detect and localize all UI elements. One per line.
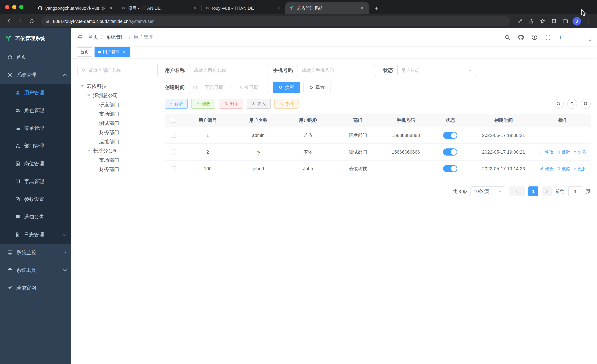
avatar-caret-icon[interactable] — [589, 38, 592, 41]
bookmark-star-icon[interactable] — [537, 16, 548, 27]
goto-page-input[interactable] — [568, 186, 582, 196]
user-avatar[interactable] — [572, 31, 586, 44]
browser-menu-icon[interactable]: ⋮ — [583, 16, 593, 27]
tag-user-management[interactable]: 用户管理 × — [94, 47, 130, 57]
browser-tab-rouyi[interactable]: <> rouyi-vue - TITANIDE × — [202, 2, 285, 14]
import-button[interactable]: 导入 — [247, 99, 271, 109]
page-size-select[interactable]: 10条/页 — [471, 186, 505, 196]
select-all-checkbox[interactable] — [171, 118, 176, 123]
breadcrumb-home[interactable]: 首页 — [88, 34, 98, 41]
breadcrumb-system[interactable]: 系统管理 — [106, 34, 126, 41]
side-panel-icon[interactable] — [560, 16, 571, 27]
reload-button[interactable] — [26, 16, 37, 27]
edit-button[interactable]: 修改 — [191, 99, 215, 109]
tab-close-icon[interactable]: × — [359, 5, 365, 11]
tree-node[interactable]: 财务部门 — [78, 128, 158, 137]
status-toggle[interactable] — [443, 165, 457, 172]
next-page-button[interactable] — [542, 186, 552, 196]
status-toggle[interactable] — [443, 132, 457, 139]
sidebar-item-dict[interactable]: 字典管理 — [0, 173, 71, 190]
row-edit-link[interactable]: 修改 — [540, 149, 553, 155]
app-logo[interactable]: 若依管理系统 — [0, 28, 71, 48]
sidebar-item-tools[interactable]: 系统工具 — [0, 261, 71, 279]
tree-node[interactable]: 研发部门 — [78, 100, 158, 109]
pagination: 共 3 条 10条/页 1 前往 — [165, 186, 591, 196]
profile-avatar[interactable]: J — [571, 16, 582, 27]
sidebar-item-users[interactable]: 用户管理 — [0, 84, 71, 101]
dept-search-input[interactable] — [88, 68, 154, 73]
phone-input[interactable] — [297, 65, 376, 76]
row-checkbox[interactable] — [171, 149, 176, 155]
browser-tab-github[interactable]: yangzongzhuan/RuoYi-Vue: (R × — [34, 2, 118, 14]
sidebar-item-logs[interactable]: 日志管理 — [0, 226, 71, 244]
sidebar-item-roles[interactable]: 角色管理 — [0, 101, 71, 119]
row-more-link[interactable]: »更多 — [574, 149, 586, 155]
forward-button[interactable] — [15, 16, 26, 27]
sidebar-item-notice[interactable]: 通知公告 — [0, 208, 71, 226]
row-checkbox[interactable] — [171, 166, 176, 171]
tree-node[interactable]: 长沙分公司 — [78, 146, 158, 155]
status-toggle[interactable] — [443, 148, 457, 155]
sidebar-fold-icon[interactable] — [77, 34, 83, 40]
date-range-picker[interactable]: 开始日期 - 结束日期 — [189, 82, 268, 93]
row-checkbox[interactable] — [171, 133, 176, 138]
sidebar-item-monitor[interactable]: 系统监控 — [0, 244, 71, 261]
sidebar-item-website[interactable]: 若依官网 — [0, 279, 71, 297]
tag-home[interactable]: 首页 — [77, 47, 92, 57]
passwords-key-icon[interactable] — [515, 16, 525, 27]
reset-button[interactable]: 重置 — [304, 82, 330, 93]
help-question-icon[interactable]: ? — [529, 32, 540, 43]
search-button[interactable]: 搜索 — [273, 82, 300, 93]
tree-node[interactable]: 财务部门 — [78, 165, 158, 174]
delete-button[interactable]: 删除 — [219, 99, 243, 109]
share-icon[interactable] — [526, 16, 537, 27]
sidebar-item-menus[interactable]: 菜单管理 — [0, 119, 71, 137]
row-edit-link[interactable]: 修改 — [540, 166, 553, 171]
tab-close-icon[interactable]: × — [275, 5, 282, 11]
row-delete-link[interactable]: 删除 — [557, 149, 571, 155]
status-select[interactable]: 用户状态 — [397, 65, 476, 76]
row-delete-link[interactable]: 删除 — [557, 166, 571, 171]
cell-user-id: 100 — [182, 166, 234, 171]
new-tab-button[interactable]: + — [372, 4, 381, 13]
tree-node[interactable]: 运维部门 — [78, 137, 158, 146]
sidebar-item-system[interactable]: 系统管理 — [0, 66, 71, 84]
sidebar-item-depts[interactable]: 部门管理 — [0, 137, 71, 155]
column-settings-button[interactable] — [581, 99, 591, 109]
back-button[interactable] — [4, 16, 14, 27]
add-button[interactable]: + 新增 — [165, 99, 188, 109]
prev-page-button[interactable] — [509, 186, 525, 196]
page-number-button[interactable]: 1 — [528, 186, 538, 196]
refresh-table-button[interactable] — [567, 99, 577, 109]
font-size-icon[interactable]: TT — [556, 32, 567, 43]
row-more-link[interactable]: »更多 — [574, 166, 586, 171]
browser-tab-project[interactable]: <> 项目 - TITANIDE × — [118, 2, 202, 14]
tree-node-root[interactable]: 若依科技 — [78, 82, 158, 91]
column-header: 部门 — [333, 117, 383, 124]
tab-title: 项目 - TITANIDE — [128, 5, 189, 11]
minimize-window-button[interactable] — [12, 5, 16, 9]
export-button[interactable]: 导出 — [274, 99, 298, 109]
extensions-puzzle-icon[interactable] — [549, 16, 559, 27]
caret-down-icon — [87, 150, 91, 152]
username-input[interactable] — [189, 65, 268, 76]
tab-close-icon[interactable]: × — [108, 5, 114, 11]
tree-node[interactable]: 测试部门 — [78, 119, 158, 128]
sidebar-item-posts[interactable]: 岗位管理 — [0, 155, 71, 173]
close-window-button[interactable] — [5, 5, 9, 9]
tree-node[interactable]: 深圳总公司 — [78, 91, 158, 100]
tab-close-icon[interactable]: × — [192, 5, 198, 11]
org-tree-icon — [15, 143, 21, 149]
tree-node[interactable]: 市场部门 — [78, 155, 158, 165]
tree-node[interactable]: 市场部门 — [78, 109, 158, 119]
tag-close-icon[interactable]: × — [122, 49, 127, 55]
address-bar[interactable]: 8081-rouyi-vue-demo.cloud.titanide.cn/sy… — [41, 16, 510, 26]
browser-tab-ruoyi-active[interactable]: 若依管理系统 × — [285, 2, 369, 14]
sidebar-item-home[interactable]: 首页 — [0, 48, 71, 66]
github-icon[interactable] — [515, 32, 527, 43]
fullscreen-icon[interactable] — [542, 32, 554, 43]
sidebar-item-params[interactable]: 参数设置 — [0, 190, 71, 208]
toggle-search-button[interactable] — [554, 99, 564, 109]
maximize-window-button[interactable] — [19, 5, 24, 9]
header-search-icon[interactable] — [502, 32, 513, 43]
